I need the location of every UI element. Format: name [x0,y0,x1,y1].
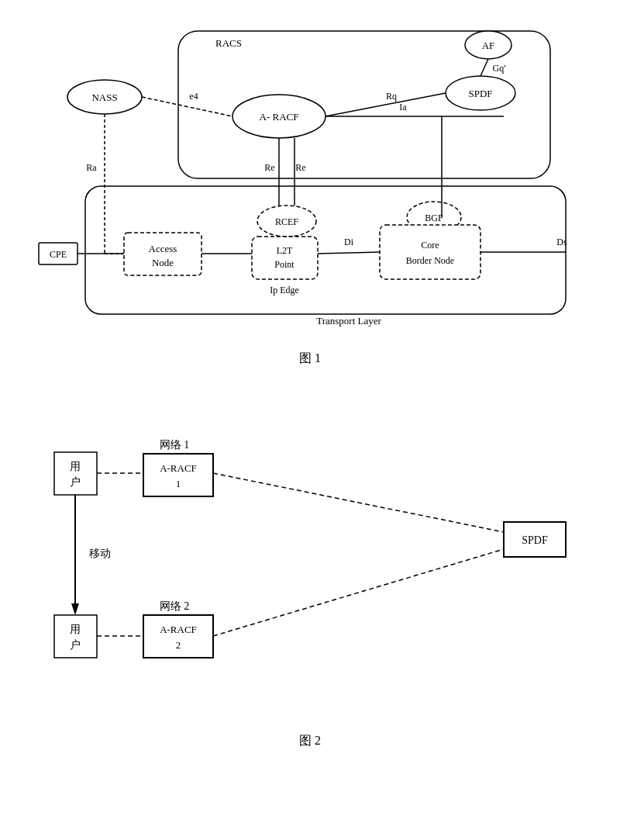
svg-text:Node: Node [152,257,174,268]
diagram1: Transport Layer RACS NASS AF SPDF A- RAC… [23,16,597,390]
svg-text:Rq: Rq [386,91,397,102]
svg-text:Transport Layer: Transport Layer [316,315,381,327]
svg-text:2: 2 [176,639,181,651]
svg-line-61 [213,473,504,532]
svg-text:1: 1 [176,478,181,489]
svg-rect-69 [143,615,213,658]
svg-line-46 [480,59,488,76]
svg-text:用: 用 [70,461,81,472]
svg-text:Border Node: Border Node [406,255,454,266]
svg-text:Ia: Ia [399,102,407,112]
svg-text:Access: Access [149,243,177,254]
svg-text:Point: Point [274,259,294,270]
svg-line-41 [142,97,232,116]
svg-rect-55 [143,454,213,496]
fig1-label: 图 1 [23,351,597,367]
svg-text:Core: Core [421,240,439,251]
svg-text:A- RACF: A- RACF [260,111,299,123]
svg-text:A-RACF: A-RACF [160,462,197,474]
svg-text:RACS: RACS [215,37,242,49]
svg-text:Ip  Edge: Ip Edge [270,285,299,296]
svg-text:Di: Di [344,237,354,247]
svg-text:e4: e4 [189,91,198,102]
svg-text:Ds: Ds [556,237,567,247]
svg-rect-51 [54,452,97,495]
svg-text:SPDF: SPDF [468,88,492,99]
svg-rect-20 [380,225,480,279]
svg-text:网络 2: 网络 2 [160,600,190,612]
svg-text:移动: 移动 [89,548,111,559]
svg-text:网络 1: 网络 1 [160,439,190,451]
svg-text:L2T: L2T [277,245,293,256]
svg-marker-63 [71,603,79,615]
svg-text:Ra: Ra [86,162,97,173]
svg-text:BGF: BGF [425,213,443,223]
svg-rect-16 [252,237,318,279]
svg-text:Re: Re [295,162,305,173]
svg-text:户: 户 [70,639,81,651]
svg-text:AF: AF [482,40,495,51]
svg-text:A-RACF: A-RACF [160,624,197,635]
svg-rect-65 [54,615,97,658]
svg-text:SPDF: SPDF [522,534,548,546]
svg-text:CPE: CPE [50,249,67,260]
svg-line-30 [318,252,380,254]
fig2-label: 图 2 [23,733,597,749]
svg-text:户: 户 [70,476,81,488]
svg-text:Re: Re [264,162,274,173]
svg-text:用: 用 [70,624,81,635]
page: Transport Layer RACS NASS AF SPDF A- RAC… [0,0,620,840]
svg-text:NASS: NASS [91,92,117,103]
svg-text:Gq': Gq' [493,63,506,74]
diagram2: 用 户 网络 1 A-RACF 1 SPDF 移动 用 户 [23,398,597,773]
svg-text:RCEF: RCEF [275,216,298,227]
svg-line-73 [213,549,504,636]
